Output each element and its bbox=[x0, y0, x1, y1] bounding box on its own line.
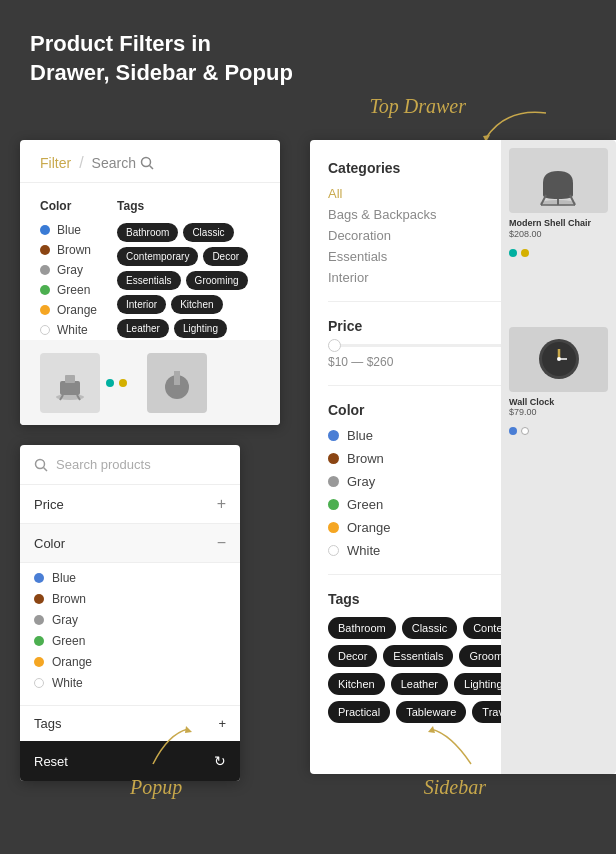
chair-image bbox=[531, 153, 586, 208]
plus-icon: + bbox=[217, 495, 226, 513]
plus-icon-tags: + bbox=[218, 716, 226, 731]
tag-pill[interactable]: Decor bbox=[328, 645, 377, 667]
drawer-tags-col: Tags Bathroom Classic Contemporary Decor… bbox=[117, 199, 260, 362]
popup-price-row[interactable]: Price + bbox=[20, 485, 240, 524]
svg-marker-22 bbox=[185, 726, 192, 733]
popup-color-row[interactable]: Color − bbox=[20, 524, 240, 563]
list-item[interactable]: Green bbox=[34, 634, 226, 648]
list-item[interactable]: White bbox=[40, 323, 97, 337]
search-icon bbox=[140, 156, 154, 170]
tag-pill[interactable]: Bathroom bbox=[328, 617, 396, 639]
drawer-tab-sep: / bbox=[79, 154, 83, 172]
brown-dot bbox=[40, 245, 50, 255]
product-strip-right: Modern Shell Chair $208.00 bbox=[501, 140, 616, 774]
tag-pill[interactable]: Leather bbox=[391, 673, 448, 695]
white-dot bbox=[40, 325, 50, 335]
tags-section-title: Tags bbox=[117, 199, 260, 213]
top-drawer-label: Top Drawer bbox=[369, 95, 466, 118]
list-item[interactable]: Green bbox=[40, 283, 97, 297]
list-item[interactable]: Gray bbox=[40, 263, 97, 277]
svg-point-21 bbox=[557, 357, 561, 361]
popup-tags-row[interactable]: Tags + bbox=[20, 705, 240, 741]
svg-rect-5 bbox=[65, 375, 75, 383]
product-price-clock: $79.00 bbox=[509, 407, 608, 417]
gray-dot bbox=[40, 265, 50, 275]
list-item[interactable]: Orange bbox=[40, 303, 97, 317]
tag-pill[interactable]: Classic bbox=[402, 617, 457, 639]
product-image bbox=[50, 363, 90, 403]
reset-icon: ↻ bbox=[214, 753, 226, 769]
svg-line-2 bbox=[149, 166, 153, 170]
tag-pill[interactable]: Interior bbox=[117, 295, 166, 314]
product-price: $208.00 bbox=[509, 229, 608, 239]
minus-icon: − bbox=[217, 534, 226, 552]
drawer-tabs: Filter / Search bbox=[20, 140, 280, 183]
popup-reset-bar[interactable]: Reset ↻ bbox=[20, 741, 240, 781]
svg-rect-4 bbox=[60, 381, 80, 395]
tag-pill[interactable]: Grooming bbox=[186, 271, 248, 290]
list-item[interactable]: Blue bbox=[40, 223, 97, 237]
clock-color-dots bbox=[501, 425, 616, 437]
list-item[interactable]: Orange bbox=[34, 655, 226, 669]
color-list: Blue Brown Gray Green bbox=[40, 223, 97, 337]
orange-dot bbox=[40, 305, 50, 315]
blue-dot bbox=[328, 430, 339, 441]
tag-pill[interactable]: Bathroom bbox=[117, 223, 178, 242]
header: Product Filters in Drawer, Sidebar & Pop… bbox=[0, 0, 616, 87]
svg-line-11 bbox=[44, 467, 48, 471]
drawer-color-col: Color Blue Brown Gray bbox=[40, 199, 97, 362]
product-thumb bbox=[40, 353, 100, 413]
gray-dot bbox=[328, 476, 339, 487]
list-item[interactable]: Gray bbox=[34, 613, 226, 627]
popup-color-list: Blue Brown Gray Green Orange bbox=[20, 563, 240, 705]
tag-pill[interactable]: Leather bbox=[117, 319, 169, 338]
white-dot bbox=[34, 678, 44, 688]
color-section-title: Color bbox=[40, 199, 97, 213]
popup-search-icon bbox=[34, 458, 48, 472]
product-image-2 bbox=[157, 363, 197, 403]
tag-pill[interactable]: Essentials bbox=[117, 271, 181, 290]
tag-pill[interactable]: Tableware bbox=[396, 701, 466, 723]
list-item[interactable]: Blue bbox=[34, 571, 226, 585]
green-dot bbox=[328, 499, 339, 510]
gray-dot bbox=[34, 615, 44, 625]
sidebar-arrow bbox=[416, 724, 476, 769]
tag-pill[interactable]: Practical bbox=[328, 701, 390, 723]
product-thumb-2 bbox=[147, 353, 207, 413]
teal-dot bbox=[509, 249, 517, 257]
popup-arrow bbox=[148, 724, 198, 769]
svg-rect-9 bbox=[174, 371, 180, 385]
tag-pill[interactable]: Kitchen bbox=[171, 295, 222, 314]
tag-pill[interactable]: Essentials bbox=[383, 645, 453, 667]
sidebar-label: Sidebar bbox=[424, 776, 486, 799]
green-dot bbox=[40, 285, 50, 295]
slider-thumb-left[interactable] bbox=[328, 339, 341, 352]
orange-dot bbox=[34, 657, 44, 667]
white-dot bbox=[328, 545, 339, 556]
list-item[interactable]: Brown bbox=[34, 592, 226, 606]
tag-pill[interactable]: Lighting bbox=[174, 319, 227, 338]
svg-point-1 bbox=[141, 158, 150, 167]
popup-label: Popup bbox=[130, 776, 182, 799]
tag-pill[interactable]: Classic bbox=[183, 223, 233, 242]
blue-dot bbox=[34, 573, 44, 583]
popup-search-placeholder[interactable]: Search products bbox=[56, 457, 151, 472]
product-name-clock: Wall Clock bbox=[509, 397, 608, 407]
product-name: Modern Shell Chair bbox=[509, 218, 608, 229]
tag-pill[interactable]: Contemporary bbox=[117, 247, 198, 266]
tag-pill[interactable]: Kitchen bbox=[328, 673, 385, 695]
page-title: Product Filters in Drawer, Sidebar & Pop… bbox=[30, 30, 586, 87]
drawer-panel: Filter / Search Color bbox=[20, 140, 280, 425]
brown-dot bbox=[328, 453, 339, 464]
white-dot-clock bbox=[521, 427, 529, 435]
list-item[interactable]: Brown bbox=[40, 243, 97, 257]
green-dot bbox=[34, 636, 44, 646]
drawer-tab-search[interactable]: Search bbox=[92, 155, 154, 171]
product-card-clock: Wall Clock $79.00 bbox=[501, 319, 616, 425]
popup-search-bar: Search products bbox=[20, 445, 240, 485]
tag-pill[interactable]: Decor bbox=[203, 247, 248, 266]
product-dots bbox=[106, 379, 127, 387]
drawer-tab-filter[interactable]: Filter bbox=[40, 155, 71, 171]
list-item[interactable]: White bbox=[34, 676, 226, 690]
svg-point-10 bbox=[36, 459, 45, 468]
